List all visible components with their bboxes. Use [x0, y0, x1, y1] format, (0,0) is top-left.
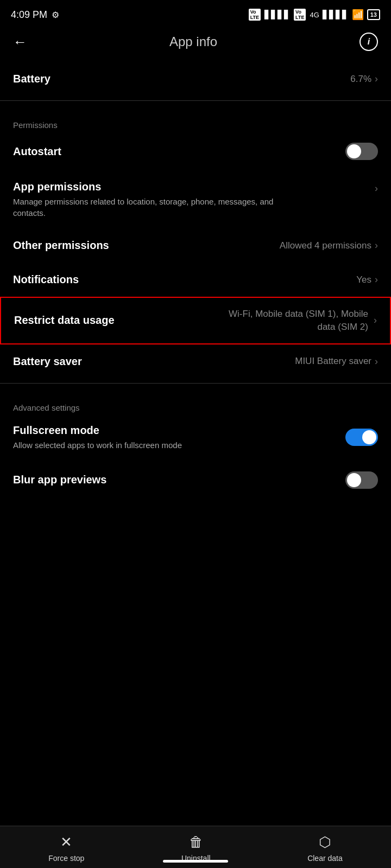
other-permissions-row[interactable]: Other permissions Allowed 4 permissions …	[13, 228, 378, 263]
notifications-row[interactable]: Notifications Yes ›	[13, 263, 378, 297]
restrict-data-value: Wi-Fi, Mobile data (SIM 1), Mobile data …	[225, 308, 368, 334]
battery-value: 6.7%	[350, 74, 371, 85]
fullscreen-toggle-knob	[362, 430, 376, 444]
battery-row[interactable]: Battery 6.7% ›	[13, 62, 378, 96]
battery-saver-chevron: ›	[375, 356, 378, 367]
clear-data-button[interactable]: ⬡ Clear data	[307, 834, 343, 863]
battery-saver-row[interactable]: Battery saver MIUI Battery saver ›	[13, 344, 378, 379]
status-bar: 4:09 PM ⚙ VoLTE ▋▋▋▋ VoLTE 4G ▋▋▋▋ 📶 13	[0, 0, 391, 27]
permissions-section-label: Permissions	[0, 111, 391, 132]
other-permissions-value-group: Allowed 4 permissions ›	[280, 240, 378, 251]
notifications-label: Notifications	[13, 273, 79, 286]
restrict-data-chevron: ›	[374, 314, 377, 327]
vo-lte-badge1: VoLTE	[249, 9, 261, 21]
uninstall-button[interactable]: 🗑 Uninstall	[181, 834, 211, 863]
force-stop-icon: ✕	[60, 834, 72, 851]
force-stop-label: Force stop	[48, 854, 84, 863]
bottom-action-bar: ✕ Force stop 🗑 Uninstall ⬡ Clear data	[0, 826, 391, 868]
advanced-section: Fullscreen mode Allow selected apps to w…	[0, 414, 391, 500]
app-header: ← App info i	[0, 27, 391, 62]
wifi-icon: 📶	[352, 9, 364, 21]
app-permissions-row[interactable]: App permissions Manage permissions relat…	[13, 171, 378, 228]
time-display: 4:09 PM	[11, 9, 47, 21]
info-icon: i	[368, 37, 370, 47]
notifications-value: Yes	[356, 275, 371, 285]
blur-previews-label: Blur app previews	[13, 474, 106, 486]
app-permissions-label: App permissions	[13, 181, 274, 193]
fullscreen-label: Fullscreen mode	[13, 424, 337, 437]
notifications-value-group: Yes ›	[356, 274, 378, 285]
restrict-data-row[interactable]: Restrict data usage Wi-Fi, Mobile data (…	[0, 297, 391, 344]
app-permissions-text: App permissions Manage permissions relat…	[13, 181, 274, 219]
signal-bars2: ▋▋▋▋	[323, 10, 349, 20]
status-right: VoLTE ▋▋▋▋ VoLTE 4G ▋▋▋▋ 📶 13	[249, 9, 380, 21]
battery-indicator: 13	[367, 9, 380, 20]
battery-saver-value-group: MIUI Battery saver ›	[295, 356, 378, 367]
app-permissions-desc: Manage permissions related to location, …	[13, 196, 274, 219]
blur-previews-toggle[interactable]	[345, 471, 378, 489]
force-stop-button[interactable]: ✕ Force stop	[48, 834, 84, 863]
settings-gear-icon: ⚙	[52, 10, 59, 20]
battery-chevron: ›	[375, 73, 378, 85]
status-left: 4:09 PM ⚙	[11, 9, 59, 21]
battery-saver-value: MIUI Battery saver	[295, 356, 371, 367]
signal-bars1: ▋▋▋▋	[264, 10, 291, 20]
autostart-toggle-knob	[347, 144, 361, 158]
uninstall-label: Uninstall	[181, 854, 211, 863]
battery-value-group: 6.7% ›	[350, 73, 378, 85]
restrict-data-label: Restrict data usage	[14, 314, 115, 327]
restrict-data-value-group: Wi-Fi, Mobile data (SIM 1), Mobile data …	[225, 308, 377, 334]
blur-previews-row[interactable]: Blur app previews	[13, 461, 378, 500]
back-button[interactable]: ←	[13, 34, 27, 50]
info-circle-button[interactable]: i	[360, 33, 378, 51]
clear-data-label: Clear data	[307, 854, 343, 863]
permissions-section: Autostart App permissions Manage permiss…	[0, 132, 391, 297]
app-permissions-chevron: ›	[375, 183, 378, 194]
other-permissions-chevron: ›	[375, 240, 378, 251]
blur-previews-toggle-knob	[347, 473, 361, 487]
notifications-chevron: ›	[375, 274, 378, 285]
fullscreen-text: Fullscreen mode Allow selected apps to w…	[13, 424, 337, 451]
autostart-toggle[interactable]	[345, 143, 378, 160]
clear-data-icon: ⬡	[319, 834, 331, 851]
advanced-section-label: Advanced settings	[0, 393, 391, 414]
fullscreen-toggle[interactable]	[345, 429, 378, 446]
battery-label: Battery	[13, 73, 51, 85]
uninstall-icon: 🗑	[189, 834, 203, 851]
battery-saver-label: Battery saver	[13, 355, 82, 368]
4g-label: 4G	[310, 11, 319, 19]
battery-section: Battery 6.7% ›	[0, 62, 391, 96]
other-permissions-value: Allowed 4 permissions	[280, 240, 371, 251]
divider2	[0, 383, 391, 384]
fullscreen-desc: Allow selected apps to work in fullscree…	[13, 439, 274, 451]
battery-saver-section: Battery saver MIUI Battery saver ›	[0, 344, 391, 379]
autostart-label: Autostart	[13, 145, 61, 158]
page-title: App info	[169, 34, 217, 49]
vo-lte-badge2: VoLTE	[294, 9, 306, 21]
divider1	[0, 100, 391, 101]
fullscreen-row[interactable]: Fullscreen mode Allow selected apps to w…	[13, 414, 378, 461]
autostart-row[interactable]: Autostart	[13, 132, 378, 171]
other-permissions-label: Other permissions	[13, 239, 109, 252]
